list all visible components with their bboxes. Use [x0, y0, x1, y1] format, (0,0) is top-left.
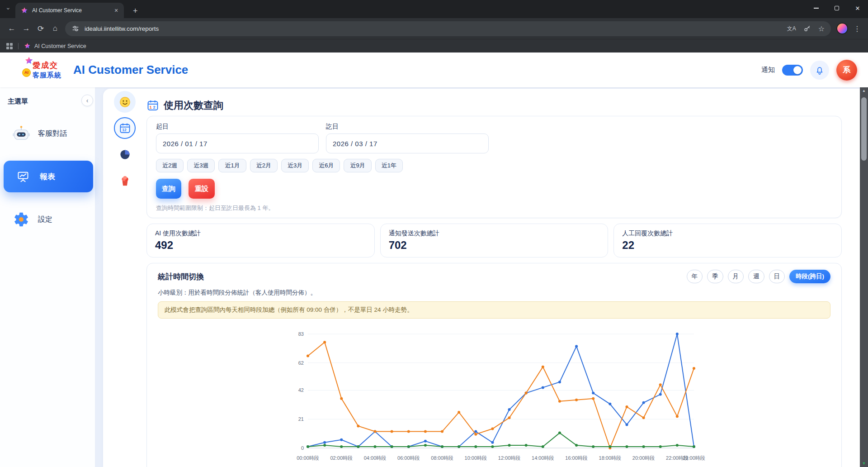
end-date-field: 訖日 — [326, 123, 489, 153]
quick-range-chip[interactable]: 近1年 — [375, 159, 403, 172]
stat-value: 492 — [155, 239, 366, 252]
window-close-button[interactable]: ✕ — [847, 0, 868, 16]
start-date-input[interactable] — [156, 133, 319, 153]
sidebar-item-chat[interactable]: 客服對話 — [0, 120, 95, 147]
robot-icon — [11, 123, 32, 144]
bell-icon — [815, 65, 825, 75]
logo-ai-badge: AI — [22, 68, 31, 77]
scrollbar-up-icon[interactable]: ▲ — [860, 89, 868, 93]
end-date-label: 訖日 — [326, 123, 489, 131]
sidebar-item-settings[interactable]: 設定 — [0, 206, 95, 233]
notification-toggle[interactable] — [782, 65, 803, 76]
browser-tab[interactable]: AI Customer Service ✕ — [15, 3, 124, 18]
content-panel: 12 — [103, 89, 860, 467]
report-board-icon — [13, 166, 33, 187]
reload-button[interactable]: ⟳ — [33, 21, 48, 36]
quick-range-chip[interactable]: 近6月 — [312, 159, 340, 172]
granularity-option[interactable]: 年 — [687, 270, 703, 283]
svg-text:23:00時段: 23:00時段 — [683, 455, 705, 461]
page-scrollbar[interactable]: ▲ ▼ — [860, 87, 868, 467]
header-actions: 通知 系 — [761, 60, 857, 81]
shaved-ice-icon — [119, 175, 131, 187]
svg-text:42: 42 — [298, 387, 304, 393]
quick-range-chip[interactable]: 近2月 — [250, 159, 278, 172]
sidebar-item-label: 設定 — [38, 215, 52, 224]
report-icon-rail: 12 — [103, 89, 146, 467]
svg-text:0: 0 — [301, 445, 304, 451]
apps-grid-icon[interactable] — [6, 43, 13, 49]
translate-icon[interactable]: 文A — [787, 25, 796, 33]
quick-range-chip[interactable]: 近1月 — [218, 159, 246, 172]
granularity-option[interactable]: 季 — [707, 270, 723, 283]
svg-text:00:00時段: 00:00時段 — [297, 455, 319, 461]
end-date-input[interactable] — [326, 133, 489, 153]
window-controls: ✕ — [806, 0, 868, 16]
quick-range-chip[interactable]: 近2週 — [156, 159, 184, 172]
window-maximize-button[interactable] — [826, 0, 847, 16]
password-key-icon[interactable] — [803, 25, 811, 33]
user-avatar[interactable]: 系 — [836, 60, 857, 81]
calendar-count-icon: 1 2 — [146, 99, 159, 112]
bookmark-favicon-icon — [24, 43, 31, 49]
bookmark-item[interactable]: AI Customer Service — [24, 43, 86, 49]
maximize-icon — [835, 6, 839, 10]
scrollbar-down-icon[interactable]: ▼ — [860, 461, 868, 466]
sidebar: 主選單 ‹ 客服對話 — [0, 87, 95, 467]
sidebar-header: 主選單 ‹ — [0, 87, 95, 106]
quick-range-chip[interactable]: 近3週 — [187, 159, 215, 172]
browser-menu-icon[interactable]: ⋮ — [854, 24, 861, 33]
granularity-option[interactable]: 月 — [728, 270, 744, 283]
stat-card: 人工回覆次數總計22 — [613, 224, 842, 257]
stat-label: AI 使用次數總計 — [155, 229, 366, 238]
reset-button[interactable]: 重設 — [189, 179, 215, 199]
back-button[interactable]: ← — [5, 21, 19, 36]
quick-range-chip[interactable]: 近9月 — [344, 159, 371, 172]
bookmark-star-icon[interactable]: ☆ — [818, 24, 825, 33]
minimize-icon — [814, 8, 819, 9]
svg-text:04:00時段: 04:00時段 — [364, 455, 387, 461]
logo-star-icon — [24, 56, 33, 65]
svg-text:62: 62 — [298, 360, 304, 366]
query-actions: 查詢 重設 — [156, 179, 832, 199]
omnibox-actions: 文A ☆ — [787, 24, 825, 33]
browser-tab-strip: ⌄ AI Customer Service ✕ + ✕ — [0, 0, 868, 18]
site-controls-icon[interactable] — [71, 24, 80, 33]
notification-label: 通知 — [761, 66, 775, 74]
sidebar-item-label: 報表 — [40, 172, 55, 182]
window-minimize-button[interactable] — [806, 0, 826, 16]
quick-range-chip[interactable]: 近3月 — [281, 159, 309, 172]
scrollbar-thumb[interactable] — [861, 97, 867, 161]
query-range-hint: 查詢時間範圍限制：起日至訖日最長為 1 年。 — [156, 204, 832, 212]
sidebar-collapse-button[interactable]: ‹ — [81, 95, 93, 106]
rail-tab-usage[interactable]: 12 — [114, 117, 136, 139]
start-date-field: 起日 — [156, 123, 319, 153]
svg-text:12: 12 — [122, 127, 127, 132]
rail-tab-dessert[interactable] — [114, 170, 136, 191]
sidebar-item-reports[interactable]: 報表 — [4, 161, 93, 192]
svg-text:83: 83 — [298, 331, 304, 337]
notification-bell-button[interactable] — [810, 61, 829, 80]
forward-button[interactable]: → — [19, 21, 33, 36]
stat-value: 702 — [389, 239, 600, 252]
rail-tab-stats[interactable] — [114, 143, 136, 165]
granularity-option[interactable]: 日 — [769, 270, 785, 283]
new-tab-button[interactable]: + — [133, 7, 138, 15]
rail-tab-emoji[interactable] — [114, 91, 136, 113]
app-header: AI 愛成交 客服系統 AI Customer Service 通知 系 — [0, 52, 868, 87]
app-logo: AI 愛成交 客服系統 — [26, 57, 65, 83]
svg-text:02:00時段: 02:00時段 — [330, 455, 353, 461]
tab-close-icon[interactable]: ✕ — [112, 6, 120, 14]
home-button[interactable]: ⌂ — [48, 21, 62, 36]
search-button[interactable]: 查詢 — [156, 179, 181, 199]
app-title: AI Customer Service — [73, 63, 188, 77]
granularity-option[interactable]: 時段(跨日) — [789, 270, 830, 283]
sidebar-item-label: 客服對話 — [38, 129, 67, 138]
tab-search-chevron-icon[interactable]: ⌄ — [5, 4, 11, 11]
svg-text:21: 21 — [298, 416, 304, 422]
svg-text:12:00時段: 12:00時段 — [498, 455, 521, 461]
chart-header: 統計時間切換 年季月週日時段(跨日) — [158, 270, 830, 283]
browser-profile-avatar[interactable] — [836, 23, 848, 34]
url-bar[interactable]: idealui.iintellitw.com/reports 文A ☆ — [65, 21, 831, 36]
granularity-option[interactable]: 週 — [748, 270, 764, 283]
svg-text:18:00時段: 18:00時段 — [599, 455, 622, 461]
